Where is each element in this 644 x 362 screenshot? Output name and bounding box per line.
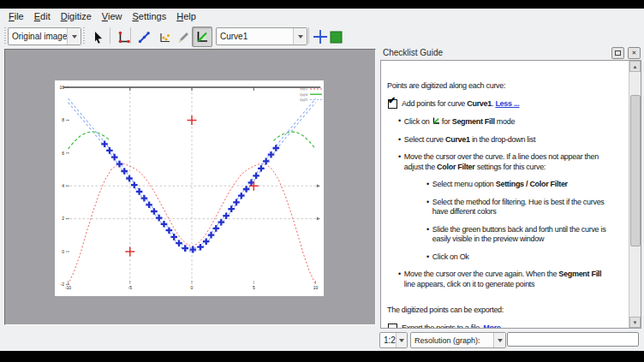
checklist-guide-panel: Points are digitized along each curve:Ad… — [380, 60, 641, 329]
axis-point — [188, 116, 197, 125]
digitized-point — [166, 227, 173, 234]
task-export-points: Export the points to a file. More... — [387, 323, 629, 329]
curve-selector-combo[interactable]: Curve1 — [216, 27, 307, 45]
digitized-point — [243, 186, 250, 193]
digitized-point — [208, 232, 215, 239]
scroll-down-arrow-icon[interactable]: ▼ — [629, 317, 641, 328]
axis-point — [125, 247, 134, 257]
digitized-point — [151, 208, 158, 215]
digitized-point — [101, 141, 108, 148]
dock-float-button[interactable] — [611, 47, 624, 59]
graph-image[interactable]: 1086420-2-10-50510f(x)/2f(x)/4f(x)/5 — [55, 80, 324, 296]
digitized-point — [258, 165, 265, 172]
svg-text:8: 8 — [62, 117, 64, 122]
digitized-point — [136, 188, 143, 195]
app-window: FileEditDigitizeViewSettingsHelp Origina… — [0, 9, 644, 351]
menu-item-help[interactable]: Help — [171, 9, 201, 23]
green-curve — [273, 132, 315, 149]
close-icon: ✕ — [632, 50, 637, 56]
digitized-point — [106, 147, 113, 154]
checklist-intro: Points are digitized along each curve: — [387, 81, 629, 92]
digitized-point — [116, 161, 123, 168]
image-canvas[interactable]: 1086420-2-10-50510f(x)/2f(x)/4f(x)/5 — [4, 49, 376, 325]
menu-item-file[interactable]: File — [3, 9, 29, 23]
svg-text:-5: -5 — [128, 285, 133, 290]
chevron-down-icon — [293, 28, 307, 45]
svg-text:2: 2 — [62, 216, 64, 221]
svg-text:0: 0 — [191, 285, 194, 290]
zoom-level-combo[interactable]: 1:2 — [379, 332, 408, 348]
green-swatch-icon — [330, 31, 343, 44]
toolbar-drag-handle[interactable] — [3, 27, 6, 44]
digitized-point — [197, 244, 204, 251]
curve-color-swatch — [325, 27, 346, 47]
status-mode-value: Resolution (graph): — [411, 336, 493, 345]
svg-text:-10: -10 — [65, 285, 71, 290]
vertical-scrollbar[interactable]: ▲ ▼ — [629, 61, 641, 328]
checklist-bullet: •Move the cursor over the curve. If a li… — [387, 152, 629, 172]
dock-close-button[interactable]: ✕ — [628, 47, 641, 59]
scroll-up-arrow-icon[interactable]: ▲ — [629, 61, 641, 72]
svg-text:10: 10 — [313, 285, 319, 290]
task-add-points-checkbox[interactable] — [388, 99, 397, 109]
svg-text:0: 0 — [62, 249, 64, 254]
pencil-icon — [176, 30, 191, 45]
checklist-bullet: •Select menu option Settings / Color Fil… — [387, 180, 629, 190]
segment-fill-tool-button[interactable] — [192, 27, 212, 47]
curve-selector-value: Curve1 — [217, 32, 293, 41]
checklist-bullet: •Slide the green buttons back and forth … — [387, 225, 629, 245]
task-add-points: Add points for curve Curve1. Less ... — [387, 99, 629, 110]
digitized-point — [141, 195, 148, 202]
digitized-point — [253, 173, 259, 180]
graph-plot: 1086420-2-10-50510f(x)/2f(x)/4f(x)/5 — [55, 80, 324, 296]
toolbar-separator — [130, 27, 131, 44]
status-mode-combo[interactable]: Resolution (graph): — [410, 332, 506, 348]
svg-text:5: 5 — [253, 285, 255, 290]
toolbar: Original image — [0, 24, 644, 47]
background-selector-combo[interactable]: Original image — [8, 27, 81, 45]
digitized-point — [176, 240, 182, 246]
status-value-input[interactable] — [507, 332, 639, 347]
cursor-arrow-icon — [91, 30, 105, 45]
segment-fill-icon — [194, 29, 210, 45]
zoom-level-value: 1:2 — [380, 335, 396, 345]
digitized-point — [111, 154, 118, 161]
checklist-bullet: •Click on for Segment Fill mode — [387, 116, 629, 128]
curve-point-tool-button[interactable] — [134, 27, 154, 47]
digitized-point — [213, 225, 220, 232]
digitized-point — [273, 145, 280, 151]
svg-text:f(x)/2: f(x)/2 — [300, 87, 307, 91]
background-selector-value: Original image — [9, 32, 67, 41]
dock-title: Checklist Guide — [378, 48, 611, 57]
svg-text:f(x)/4: f(x)/4 — [300, 93, 307, 97]
point-match-tool-button[interactable] — [154, 27, 175, 47]
checklist-dock-header: Checklist Guide ✕ — [378, 45, 644, 60]
select-tool-button[interactable] — [87, 27, 108, 47]
toolbar-separator — [308, 27, 309, 44]
checklist-content: Points are digitized along each curve:Ad… — [381, 61, 629, 329]
curve-points-icon — [137, 30, 152, 45]
scrollbar-thumb[interactable] — [630, 95, 641, 246]
red-curve — [69, 163, 316, 284]
digitized-point — [131, 181, 138, 188]
color-picker-tool-button[interactable] — [173, 27, 194, 47]
menu-item-digitize[interactable]: Digitize — [56, 9, 97, 23]
menu-bar: FileEditDigitizeViewSettingsHelp — [0, 9, 644, 24]
checklist-bullet: •Select curve Curve1 in the drop-down li… — [387, 135, 629, 145]
task-export-points-checkbox[interactable] — [388, 323, 397, 329]
digitized-point — [161, 221, 168, 228]
menu-item-edit[interactable]: Edit — [29, 9, 56, 23]
digitized-point — [233, 199, 240, 206]
digitized-point — [156, 215, 163, 222]
checklist-bullet: •Move the cursor over the curve again. W… — [387, 270, 629, 289]
digitized-point — [238, 193, 245, 199]
checklist-bullet: •Click on Ok — [387, 252, 629, 263]
menu-item-settings[interactable]: Settings — [127, 9, 171, 23]
menu-item-view[interactable]: View — [97, 9, 128, 23]
digitized-point — [223, 212, 230, 219]
digitized-point — [268, 151, 275, 158]
checklist-outro: The digitized points can be exported: — [387, 306, 629, 316]
top-black-bar — [0, 0, 644, 9]
toolbar-drag-handle[interactable] — [82, 27, 85, 44]
digitized-point — [228, 205, 235, 212]
